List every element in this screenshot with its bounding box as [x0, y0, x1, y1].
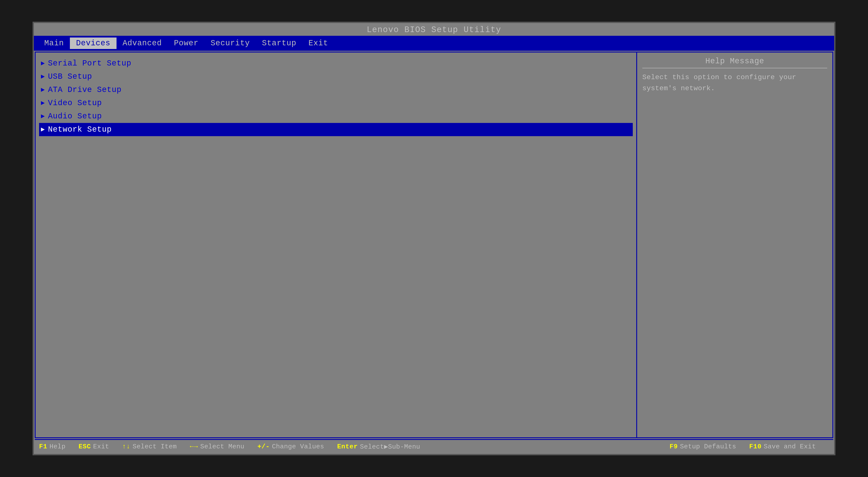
label-exit: Exit — [93, 443, 109, 450]
menu-item-devices[interactable]: Devices — [70, 37, 116, 49]
menu-item-exit[interactable]: Exit — [303, 37, 334, 49]
status-plus-minus: +/- Change Values — [257, 443, 324, 450]
entry-video-setup[interactable]: ► Video Setup — [39, 97, 633, 110]
left-panel: ► Serial Port Setup ► USB Setup ► ATA Dr… — [36, 53, 637, 437]
key-ud: ↑↓ — [122, 443, 130, 450]
key-lr: ←→ — [190, 443, 198, 450]
help-title: Help Message — [642, 57, 827, 68]
label-select-item: Select Item — [132, 443, 177, 450]
arrow-icon-3: ► — [41, 86, 45, 94]
label-change-values: Change Values — [272, 443, 324, 450]
menu-item-main[interactable]: Main — [38, 37, 70, 49]
arrow-icon-4: ► — [41, 100, 45, 107]
entry-ata-drive-setup[interactable]: ► ATA Drive Setup — [39, 83, 633, 97]
entry-usb-setup[interactable]: ► USB Setup — [39, 70, 633, 83]
status-arrows-lr: ←→ Select Menu — [190, 443, 245, 450]
label-setup-defaults: Setup Defaults — [680, 443, 736, 450]
menu-item-startup[interactable]: Startup — [256, 37, 302, 49]
label-select-menu: Select Menu — [200, 443, 245, 450]
key-plus-minus: +/- — [257, 443, 270, 450]
key-f9: F9 — [670, 443, 678, 450]
label-help: Help — [50, 443, 65, 450]
key-esc: ESC — [79, 443, 91, 450]
arrow-icon-1: ► — [41, 60, 45, 67]
entry-audio-setup[interactable]: ► Audio Setup — [39, 110, 633, 123]
right-panel: Help Message Select this option to confi… — [637, 53, 832, 437]
status-esc: ESC Exit — [79, 443, 109, 450]
status-arrows-ud: ↑↓ Select Item — [122, 443, 177, 450]
menu-item-advanced[interactable]: Advanced — [117, 37, 168, 49]
status-f10: F10 Save and Exit — [749, 443, 816, 450]
key-enter: Enter — [337, 443, 358, 450]
status-f1: F1 Help — [39, 443, 65, 450]
status-bar: F1 Help ESC Exit ↑↓ Select Item ←→ Selec… — [35, 439, 833, 453]
label-save-exit: Save and Exit — [764, 443, 816, 450]
key-f10: F10 — [749, 443, 762, 450]
status-f9: F9 Setup Defaults — [670, 443, 736, 450]
menu-item-security[interactable]: Security — [205, 37, 256, 49]
help-text: Select this option to configure your sys… — [642, 72, 827, 94]
arrow-icon-6: ► — [41, 126, 45, 133]
status-enter: Enter Select▶Sub-Menu — [337, 443, 420, 450]
key-f1: F1 — [39, 443, 47, 450]
entry-network-setup[interactable]: ► Network Setup — [39, 123, 633, 136]
bios-title: Lenovo BIOS Setup Utility — [34, 23, 834, 36]
arrow-icon-5: ► — [41, 113, 45, 120]
menu-bar: Main Devices Advanced Power Security Sta… — [34, 36, 834, 51]
arrow-icon-2: ► — [41, 73, 45, 80]
bios-screen: Lenovo BIOS Setup Utility Main Devices A… — [33, 22, 835, 455]
menu-item-power[interactable]: Power — [168, 37, 205, 49]
content-area: ► Serial Port Setup ► USB Setup ► ATA Dr… — [35, 52, 833, 438]
entry-serial-port-setup[interactable]: ► Serial Port Setup — [39, 57, 633, 70]
label-sub-menu: Select▶Sub-Menu — [360, 443, 420, 450]
